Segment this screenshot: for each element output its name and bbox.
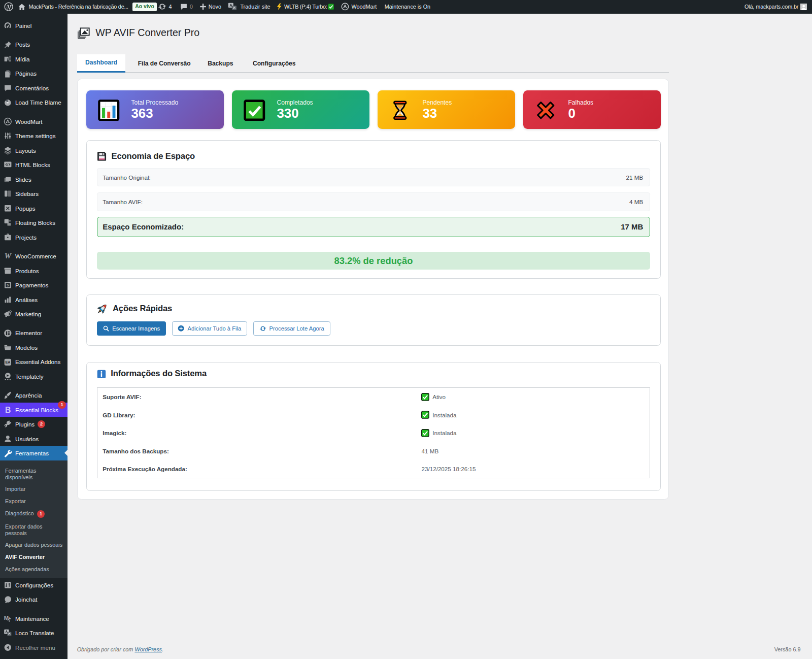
- svg-text:B: B: [5, 406, 11, 414]
- svg-text:EA: EA: [5, 360, 10, 364]
- svg-text:W: W: [4, 252, 12, 260]
